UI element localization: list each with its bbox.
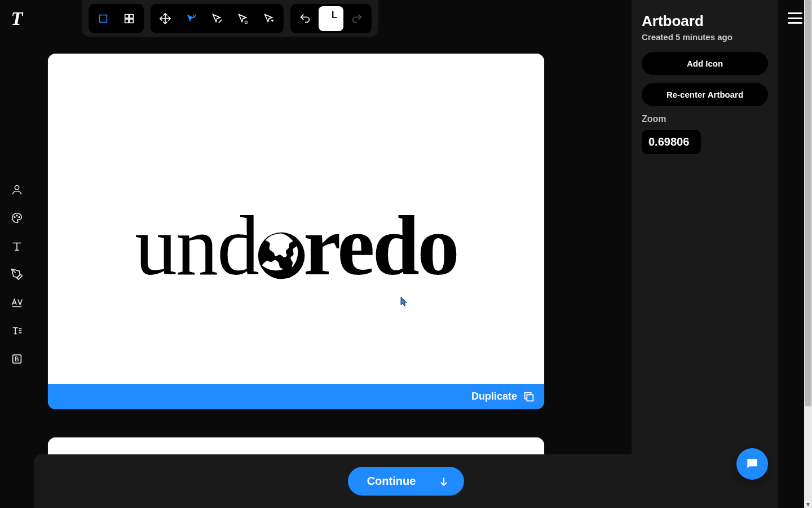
svg-point-3 — [19, 217, 20, 218]
view-mode-group — [89, 4, 144, 33]
cursor-tool-group — [151, 4, 284, 33]
artboard-stack: und redo Duplicate — [48, 54, 544, 508]
svg-point-0 — [15, 186, 19, 190]
continue-button[interactable]: Continue — [348, 467, 465, 496]
svg-rect-8 — [125, 19, 129, 22]
svg-rect-9 — [130, 19, 133, 22]
canvas-cursor-icon — [400, 296, 408, 306]
duplicate-label: Duplicate — [471, 391, 517, 402]
svg-line-10 — [219, 19, 222, 23]
sidebar-left: T — [0, 0, 34, 508]
layers-button[interactable]: L — [319, 6, 343, 31]
layers-letter: L — [332, 10, 337, 20]
duplicate-button[interactable]: Duplicate — [48, 384, 544, 409]
grid-view-button[interactable] — [117, 6, 142, 31]
type-icon[interactable] — [9, 238, 25, 254]
palette-icon[interactable] — [9, 210, 25, 226]
chat-icon — [745, 457, 760, 471]
svg-rect-12 — [527, 395, 533, 401]
app-logo[interactable]: T — [11, 8, 23, 29]
logo-text-bold: redo — [303, 203, 457, 288]
cursor-slash-tool-button[interactable] — [205, 6, 230, 31]
logo-render[interactable]: und redo — [135, 203, 457, 288]
cursor-align-tool-button[interactable] — [257, 6, 281, 31]
undo-button[interactable] — [293, 6, 317, 31]
add-icon-button[interactable]: Add Icon — [642, 52, 768, 75]
globe-icon — [257, 231, 306, 280]
select-type-tool-button[interactable] — [179, 6, 204, 31]
brand-icon[interactable] — [9, 351, 25, 367]
scroll-down-icon[interactable]: ▼ — [804, 500, 812, 508]
top-toolbar: L — [82, 0, 378, 37]
panel-title: Artboard — [642, 12, 768, 30]
scroll-thumb[interactable] — [805, 0, 811, 406]
panel-subtitle: Created 5 minutes ago — [642, 32, 768, 42]
pen-icon[interactable] — [9, 266, 25, 282]
chat-fab[interactable] — [736, 448, 768, 480]
history-group: L — [290, 4, 372, 33]
menu-button[interactable] — [788, 12, 802, 24]
user-icon[interactable] — [9, 182, 25, 198]
artboard-surface[interactable]: und redo — [48, 54, 544, 384]
svg-point-2 — [16, 215, 17, 216]
recenter-button[interactable]: Re-center Artboard — [642, 83, 768, 106]
cursor-star-tool-button[interactable] — [231, 6, 255, 31]
side-tool-list — [9, 182, 25, 367]
move-tool-button[interactable] — [153, 6, 178, 31]
single-view-button[interactable] — [91, 6, 116, 31]
logo-text-thin: und — [135, 203, 258, 288]
properties-panel: Artboard Created 5 minutes ago Add Icon … — [632, 0, 778, 508]
redo-button[interactable] — [345, 6, 369, 31]
zoom-input[interactable] — [642, 130, 701, 154]
continue-label: Continue — [367, 475, 416, 488]
window-scrollbar[interactable]: ▲ ▼ — [804, 0, 812, 508]
svg-rect-6 — [125, 14, 129, 17]
svg-rect-5 — [100, 15, 107, 22]
artboard-card[interactable]: und redo Duplicate — [48, 54, 544, 409]
zoom-label: Zoom — [642, 114, 768, 124]
text-effects-icon[interactable] — [9, 323, 25, 339]
kerning-icon[interactable] — [9, 295, 25, 310]
duplicate-icon — [523, 391, 535, 403]
svg-point-1 — [14, 217, 15, 218]
arrow-down-icon — [438, 476, 449, 487]
svg-rect-7 — [130, 14, 133, 17]
